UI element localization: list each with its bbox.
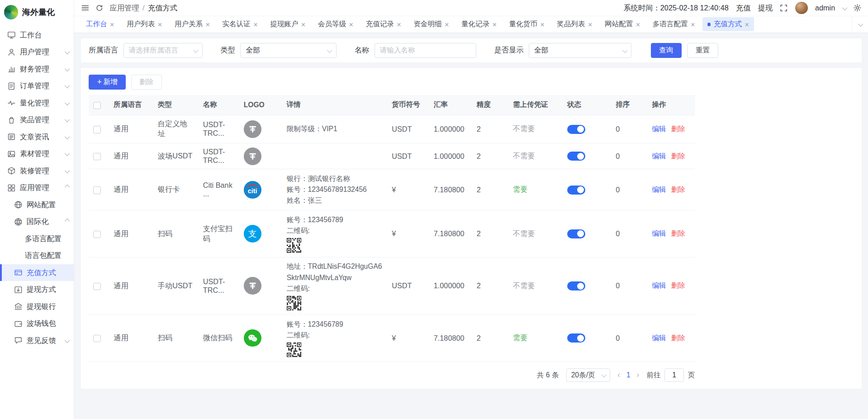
- edit-link[interactable]: 编辑: [652, 281, 666, 289]
- sidebar-item-workbench[interactable]: 工作台: [0, 27, 74, 44]
- tab-multi-language-config[interactable]: 多语言配置×: [647, 17, 700, 31]
- reset-button[interactable]: 重置: [687, 43, 718, 58]
- tab-workbench[interactable]: 工作台×: [81, 17, 119, 31]
- tab-fund-detail[interactable]: 资金明细×: [408, 17, 454, 31]
- recharge-link[interactable]: 充值: [736, 3, 751, 13]
- tab-prize-list[interactable]: 奖品列表×: [552, 17, 598, 31]
- tab-close-icon[interactable]: ×: [253, 21, 258, 28]
- tab-recharge-record[interactable]: 充值记录×: [360, 17, 406, 31]
- tab-recharge-method[interactable]: 充值方式×: [702, 17, 754, 31]
- sidebar-item-recharge-method[interactable]: 充值方式: [0, 264, 74, 281]
- sidebar-item-user-management[interactable]: 用户管理: [0, 43, 74, 61]
- row-checkbox[interactable]: [93, 126, 100, 133]
- fullscreen-icon[interactable]: [780, 4, 788, 12]
- chevron-down-icon: [193, 48, 198, 52]
- username[interactable]: admin: [815, 4, 835, 12]
- status-toggle[interactable]: [567, 125, 585, 134]
- delete-link[interactable]: 删除: [671, 125, 685, 133]
- language-select[interactable]: 请选择所属语言: [123, 43, 203, 58]
- prev-page-button[interactable]: ‹: [617, 371, 620, 379]
- sidebar-item-decoration-management[interactable]: 装修管理: [0, 162, 74, 180]
- tab-quant-currency[interactable]: 量化货币×: [504, 17, 550, 31]
- edit-link[interactable]: 编辑: [652, 125, 666, 133]
- cell-type: 扫码: [153, 315, 199, 362]
- tab-real-name-auth[interactable]: 实名认证×: [217, 17, 263, 31]
- tab-quant-record[interactable]: 量化记录×: [456, 17, 502, 31]
- settings-gear-icon[interactable]: [853, 4, 862, 12]
- sidebar-item-feedback[interactable]: 意见反馈: [0, 332, 74, 349]
- refresh-icon[interactable]: [95, 4, 104, 12]
- goto-page-input[interactable]: [664, 368, 684, 382]
- breadcrumb-parent[interactable]: 应用管理: [110, 3, 139, 13]
- next-page-button[interactable]: ›: [636, 371, 639, 379]
- sidebar-item-internationalization[interactable]: 国际化: [0, 213, 74, 230]
- delete-link[interactable]: 删除: [671, 334, 685, 342]
- tab-withdraw-account[interactable]: 提现账户×: [265, 17, 311, 31]
- tab-site-config[interactable]: 网站配置×: [600, 17, 645, 31]
- edit-link[interactable]: 编辑: [652, 186, 666, 193]
- type-select[interactable]: 全部: [240, 43, 337, 58]
- edit-link[interactable]: 编辑: [652, 152, 666, 160]
- sidebar-item-label: 奖品管理: [20, 115, 62, 125]
- sidebar-item-language-pack-config[interactable]: 语言包配置: [0, 247, 74, 264]
- sidebar-item-app-management[interactable]: 应用管理: [0, 179, 74, 196]
- sidebar-item-site-config[interactable]: 网站配置: [0, 196, 74, 214]
- tab-close-icon[interactable]: ×: [349, 21, 354, 28]
- status-toggle[interactable]: [567, 229, 585, 238]
- sidebar-item-tron-wallet[interactable]: 波场钱包: [0, 315, 74, 332]
- row-checkbox[interactable]: [93, 335, 100, 342]
- select-all-checkbox[interactable]: [93, 102, 100, 109]
- sidebar-item-finance-management[interactable]: 财务管理: [0, 61, 74, 78]
- sidebar-item-quant-management[interactable]: 量化管理: [0, 95, 74, 112]
- delete-link[interactable]: 删除: [671, 152, 685, 160]
- status-toggle[interactable]: [567, 186, 585, 195]
- sidebar-item-material-management[interactable]: 素材管理: [0, 145, 74, 162]
- delete-link[interactable]: 删除: [671, 281, 685, 289]
- name-input[interactable]: [375, 43, 476, 58]
- collapse-sidebar-icon[interactable]: [81, 4, 90, 12]
- tab-close-icon[interactable]: ×: [691, 21, 695, 28]
- sidebar-item-order-management[interactable]: 订单管理: [0, 77, 74, 95]
- tab-user-list[interactable]: 用户列表×: [122, 17, 167, 31]
- tab-close-icon[interactable]: ×: [205, 21, 210, 28]
- row-checkbox[interactable]: [93, 231, 100, 238]
- row-checkbox[interactable]: [93, 283, 100, 290]
- tab-member-level[interactable]: 会员等级×: [313, 17, 359, 31]
- page-size-select[interactable]: 20条/页: [566, 368, 610, 382]
- tab-close-icon[interactable]: ×: [745, 21, 749, 28]
- edit-link[interactable]: 编辑: [652, 334, 666, 342]
- search-button[interactable]: 查询: [651, 43, 682, 58]
- row-checkbox[interactable]: [93, 186, 100, 194]
- avatar[interactable]: [795, 2, 808, 14]
- tab-close-icon[interactable]: ×: [397, 21, 401, 28]
- sidebar-item-withdraw-method[interactable]: 提现方式: [0, 281, 74, 298]
- tab-close-icon[interactable]: ×: [588, 21, 593, 28]
- status-toggle[interactable]: [567, 152, 585, 161]
- tab-close-icon[interactable]: ×: [301, 21, 306, 28]
- sidebar-item-article-news[interactable]: 文章资讯: [0, 129, 74, 146]
- tab-close-icon[interactable]: ×: [636, 21, 640, 28]
- breadcrumb: 应用管理 / 充值方式: [110, 3, 178, 13]
- row-checkbox[interactable]: [93, 153, 100, 160]
- withdraw-link[interactable]: 提现: [758, 3, 773, 13]
- delete-link[interactable]: 删除: [671, 186, 685, 193]
- page-number-current[interactable]: 1: [626, 371, 631, 379]
- tab-close-icon[interactable]: ×: [540, 21, 545, 28]
- tab-close-icon[interactable]: ×: [110, 21, 114, 28]
- edit-link[interactable]: 编辑: [652, 229, 666, 237]
- sidebar-item-prize-management[interactable]: 奖品管理: [0, 111, 74, 129]
- delete-button[interactable]: 删除: [131, 75, 162, 90]
- tab-user-relation[interactable]: 用户关系×: [170, 17, 215, 31]
- sidebar-item-withdraw-bank[interactable]: 提现银行: [0, 298, 74, 315]
- tab-close-icon[interactable]: ×: [445, 21, 449, 28]
- status-toggle[interactable]: [567, 333, 585, 343]
- sidebar-item-multi-language-config[interactable]: 多语言配置: [0, 230, 74, 248]
- delete-link[interactable]: 删除: [671, 229, 685, 237]
- status-toggle[interactable]: [567, 281, 585, 290]
- tab-close-icon[interactable]: ×: [493, 21, 497, 28]
- visible-select[interactable]: 全部: [529, 43, 632, 58]
- tab-list-dropdown[interactable]: [852, 16, 868, 33]
- add-button[interactable]: + 新增: [89, 75, 126, 90]
- tab-close-icon[interactable]: ×: [158, 21, 162, 28]
- cell-language: 通用: [109, 115, 153, 143]
